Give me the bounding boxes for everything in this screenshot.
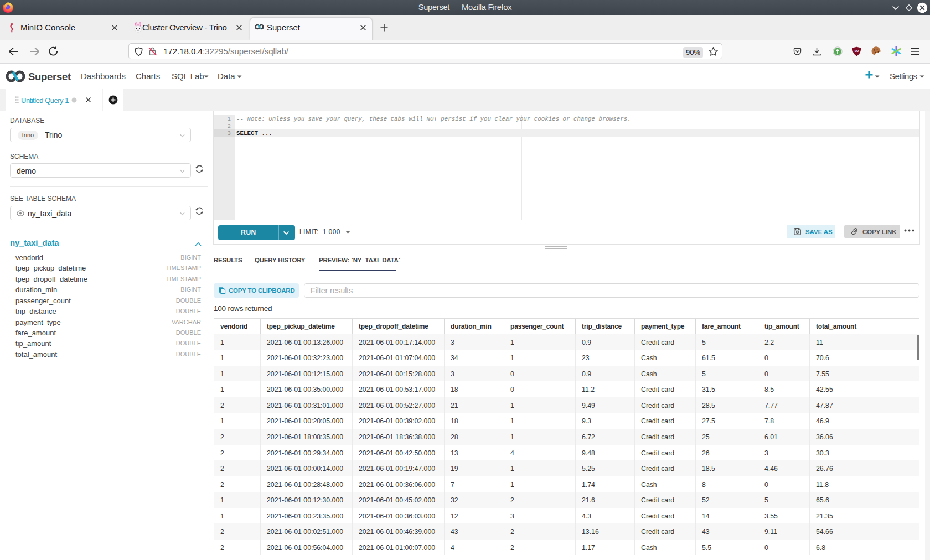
svg-text:uO: uO bbox=[855, 49, 859, 53]
